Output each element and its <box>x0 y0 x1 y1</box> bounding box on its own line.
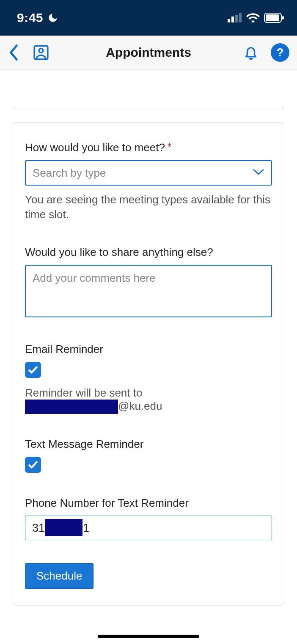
meeting-type-label: How would you like to meet?* <box>25 141 272 154</box>
home-indicator[interactable] <box>98 635 199 638</box>
redacted-phone <box>45 519 82 536</box>
email-reminder-label: Email Reminder <box>25 343 272 356</box>
help-icon: ? <box>271 43 289 62</box>
bell-icon[interactable] <box>244 44 258 61</box>
svg-rect-2 <box>235 15 238 22</box>
svg-rect-6 <box>282 16 284 19</box>
check-icon <box>28 364 38 375</box>
comments-label: Would you like to share anything else? <box>25 246 272 259</box>
profile-icon[interactable] <box>33 44 49 61</box>
text-reminder-checkbox[interactable] <box>25 457 41 473</box>
email-reminder-checkbox[interactable] <box>25 362 41 378</box>
back-button[interactable] <box>8 44 20 61</box>
meeting-type-placeholder: Search by type <box>33 167 106 180</box>
status-time: 9:45 <box>17 11 43 25</box>
help-button[interactable]: ? <box>271 43 289 62</box>
battery-icon <box>264 13 284 23</box>
email-reminder-sent-to: Reminder will be sent to @ku.edu <box>25 386 272 414</box>
text-reminder-label: Text Message Reminder <box>25 438 272 451</box>
wifi-icon <box>246 13 260 23</box>
meeting-type-select[interactable]: Search by type <box>25 160 272 186</box>
required-asterisk: * <box>168 141 171 153</box>
status-bar: 9:45 <box>0 0 297 36</box>
svg-point-8 <box>39 48 43 53</box>
check-icon <box>28 459 38 470</box>
appointment-form-card: How would you like to meet?* Search by t… <box>13 122 284 605</box>
previous-card-edge <box>13 103 284 109</box>
schedule-button[interactable]: Schedule <box>25 563 94 589</box>
cellular-icon <box>228 13 242 22</box>
chevron-down-icon <box>253 168 264 178</box>
redacted-email <box>25 400 118 414</box>
svg-rect-1 <box>231 17 234 22</box>
phone-label: Phone Number for Text Reminder <box>25 497 272 510</box>
meeting-type-help: You are seeing the meeting types availab… <box>25 192 272 222</box>
moon-icon <box>47 12 58 23</box>
svg-rect-5 <box>266 14 279 21</box>
svg-rect-0 <box>228 19 230 22</box>
comments-textarea[interactable] <box>25 265 272 317</box>
app-header: Appointments ? <box>0 36 297 69</box>
svg-rect-3 <box>239 13 242 22</box>
